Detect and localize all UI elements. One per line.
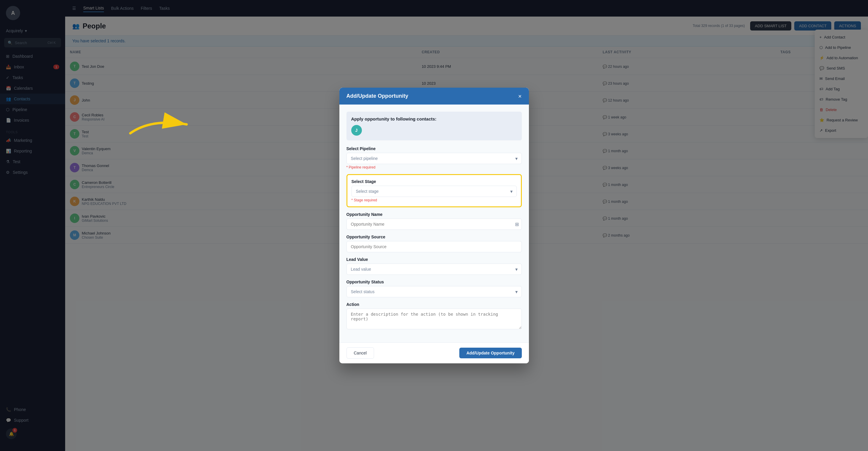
modal-footer: Cancel Add/Update Opportunity [339,342,529,363]
pipeline-group: Select Pipeline Select pipeline * Pipeli… [346,146,522,169]
modal-body: Apply opportunity to following contacts:… [339,104,529,342]
opportunity-status-select-wrapper: Select status [346,286,522,297]
opportunity-source-group: Opportunity Source [346,234,522,252]
opportunity-status-select[interactable]: Select status [346,286,522,297]
lead-value-label: Lead Value [346,257,522,262]
apply-contacts-label: Apply opportunity to following contacts: [351,117,517,121]
opportunity-name-label: Opportunity Name [346,212,522,217]
opportunity-status-group: Opportunity Status Select status [346,280,522,297]
pipeline-select[interactable]: Select pipeline [346,153,522,164]
lead-value-select-wrapper: Lead value [346,263,522,275]
opportunity-name-wrapper: ⊞ [346,219,522,230]
modal-close-button[interactable]: × [518,93,522,99]
arrow-svg [127,112,192,136]
action-group: Action [346,302,522,330]
stage-select[interactable]: Select stage [351,186,517,197]
cancel-button[interactable]: Cancel [346,347,374,359]
opportunity-status-label: Opportunity Status [346,280,522,284]
pipeline-label: Select Pipeline [346,146,522,151]
lead-value-group: Lead Value Lead value [346,257,522,275]
arrow-annotation [127,112,192,137]
modal-title: Add/Update Opportunity [346,93,408,99]
lead-value-select[interactable]: Lead value [346,263,522,275]
modal-header: Add/Update Opportunity × [339,88,529,104]
modal-overlay[interactable]: Add/Update Opportunity × Apply opportuni… [0,0,868,451]
contact-chip: J [351,125,362,136]
opportunity-name-group: Opportunity Name ⊞ [346,212,522,230]
stage-label: Select Stage [351,179,517,184]
stage-highlight-box: Select Stage Select stage * Stage requir… [346,174,522,207]
action-textarea[interactable] [346,309,522,329]
action-label: Action [346,302,522,307]
input-icon: ⊞ [515,222,519,227]
opportunity-name-input[interactable] [346,219,522,230]
pipeline-select-wrapper: Select pipeline [346,153,522,164]
pipeline-error: * Pipeline required [346,165,522,169]
opportunity-source-input[interactable] [346,241,522,252]
stage-select-wrapper: Select stage [351,186,517,197]
stage-error: * Stage required [351,198,517,202]
apply-contacts-section: Apply opportunity to following contacts:… [346,111,522,140]
submit-button[interactable]: Add/Update Opportunity [459,348,522,358]
opportunity-source-label: Opportunity Source [346,234,522,239]
modal-dialog: Add/Update Opportunity × Apply opportuni… [339,88,529,363]
stage-group: Select Stage Select stage * Stage requir… [351,179,517,202]
